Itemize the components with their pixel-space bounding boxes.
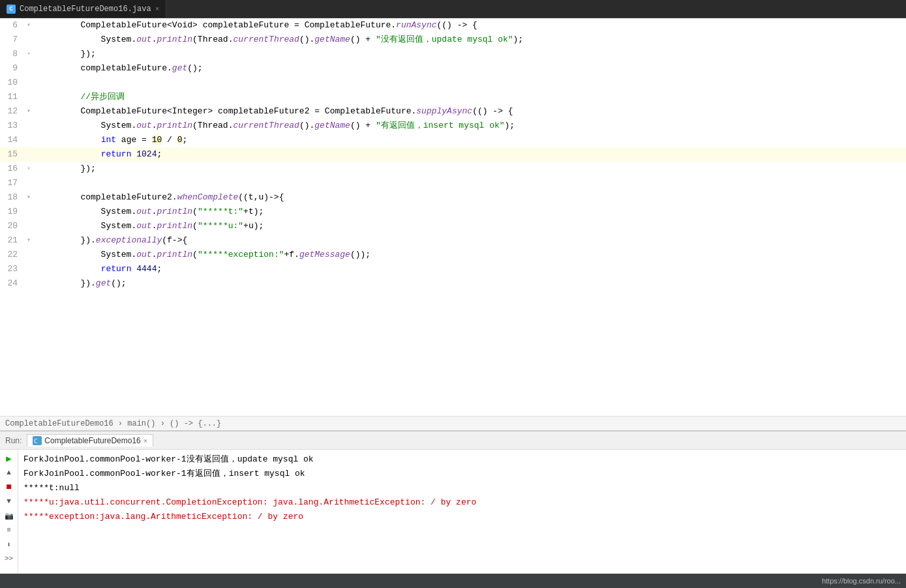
- gutter-row-6: 6 ▾: [0, 18, 35, 33]
- code-line-9: completableFuture.get();: [35, 61, 906, 76]
- tab-label: CompletableFutureDemo16.java: [20, 5, 151, 14]
- run-down-button[interactable]: ▼: [3, 495, 15, 507]
- line-num-10: 10: [0, 76, 23, 90]
- code-line-23: return 4444;: [35, 262, 906, 276]
- code-line-12: CompletableFuture<Integer> completableFu…: [35, 104, 906, 119]
- tab-close-button[interactable]: ×: [155, 5, 160, 13]
- run-tab-close[interactable]: ×: [143, 437, 147, 445]
- run-scroll-button[interactable]: ≡: [3, 524, 15, 536]
- run-label: Run:: [5, 436, 22, 445]
- gutter-row-10: 10: [0, 76, 35, 90]
- fold-12[interactable]: ▾: [23, 104, 35, 119]
- run-tab-icon: C: [33, 436, 42, 445]
- breadcrumb-bar: CompletableFutureDemo16 › main() › () ->…: [0, 416, 906, 430]
- run-panel-body: ▶ ▲ ■ ▼ 📷 ≡ ⬇ >> ForkJoinPool.commonPool…: [0, 450, 906, 574]
- code-line-13: System.out.println(Thread.currentThread(…: [35, 119, 906, 133]
- editor-container: 6 ▾ 7 8 ▪ 9 10 11: [0, 18, 906, 574]
- run-download-button[interactable]: ⬇: [3, 538, 15, 550]
- fold-16[interactable]: ▪: [23, 162, 35, 176]
- line-num-9: 9: [0, 61, 23, 76]
- fold-6[interactable]: ▾: [23, 18, 35, 33]
- code-line-19: System.out.println("*****t:"+t);: [35, 205, 906, 219]
- code-line-16: });: [35, 162, 906, 176]
- line-num-12: 12: [0, 104, 23, 119]
- run-panel: Run: C CompletableFutureDemo16 × ▶ ▲ ■ ▼…: [0, 430, 906, 574]
- code-line-17: [35, 176, 906, 190]
- code-line-24: }).get();: [35, 276, 906, 291]
- breadcrumb: CompletableFutureDemo16 › main() › () ->…: [5, 419, 221, 428]
- output-line-1: ForkJoinPool.commonPool-worker-1没有返回值，up…: [23, 452, 901, 467]
- gutter-row-15: 15: [0, 147, 35, 162]
- gutter-row-18: 18 ▾: [0, 190, 35, 205]
- line-num-23: 23: [0, 262, 23, 276]
- line-num-20: 20: [0, 219, 23, 233]
- code-area: 6 ▾ 7 8 ▪ 9 10 11: [0, 18, 906, 416]
- output-line-2: ForkJoinPool.commonPool-worker-1有返回值，ins…: [23, 467, 901, 481]
- code-line-6: CompletableFuture<Void> completableFutur…: [35, 18, 906, 33]
- fold-21[interactable]: ▾: [23, 233, 35, 248]
- line-num-13: 13: [0, 119, 23, 133]
- fold-7: [23, 33, 35, 47]
- fold-20: [23, 219, 35, 233]
- fold-14: [23, 133, 35, 147]
- gutter-row-17: 17: [0, 176, 35, 190]
- run-tab-label: CompletableFutureDemo16: [44, 436, 140, 445]
- fold-18[interactable]: ▾: [23, 190, 35, 205]
- run-toolbar: ▶ ▲ ■ ▼ 📷 ≡ ⬇ >>: [0, 450, 18, 574]
- line-num-16: 16: [0, 162, 23, 176]
- line-gutter: 6 ▾ 7 8 ▪ 9 10 11: [0, 18, 35, 416]
- line-num-17: 17: [0, 176, 23, 190]
- gutter-row-14: 14: [0, 133, 35, 147]
- output-line-5: *****exception:java.lang.ArithmeticExcep…: [23, 510, 901, 524]
- output-line-4: *****u:java.util.concurrent.CompletionEx…: [23, 495, 901, 510]
- gutter-row-16: 16 ▪: [0, 162, 35, 176]
- line-num-24: 24: [0, 276, 23, 291]
- code-line-14: int age = 10 / 0;: [35, 133, 906, 147]
- code-line-10: [35, 76, 906, 90]
- line-num-14: 14: [0, 133, 23, 147]
- gutter-row-9: 9: [0, 61, 35, 76]
- code-line-7: System.out.println(Thread.currentThread(…: [35, 33, 906, 47]
- fold-10: [23, 76, 35, 90]
- code-line-22: System.out.println("*****exception:"+f.g…: [35, 248, 906, 262]
- code-line-20: System.out.println("*****u:"+u);: [35, 219, 906, 233]
- run-camera-button[interactable]: 📷: [3, 510, 15, 522]
- editor-tab[interactable]: C CompletableFutureDemo16.java ×: [0, 0, 166, 18]
- run-play-button[interactable]: ▶: [3, 452, 15, 464]
- gutter-row-13: 13: [0, 119, 35, 133]
- run-up-button[interactable]: ▲: [3, 467, 15, 478]
- line-num-11: 11: [0, 90, 23, 104]
- code-content[interactable]: CompletableFuture<Void> completableFutur…: [35, 18, 906, 416]
- svg-text:C: C: [34, 438, 37, 445]
- gutter-row-7: 7: [0, 33, 35, 47]
- gutter-row-19: 19: [0, 205, 35, 219]
- run-output: ForkJoinPool.commonPool-worker-1没有返回值，up…: [18, 450, 906, 574]
- line-num-7: 7: [0, 33, 23, 47]
- gutter-row-23: 23: [0, 262, 35, 276]
- line-num-19: 19: [0, 205, 23, 219]
- tab-bar: C CompletableFutureDemo16.java ×: [0, 0, 906, 18]
- gutter-row-12: 12 ▾: [0, 104, 35, 119]
- fold-9: [23, 61, 35, 76]
- gutter-row-20: 20: [0, 219, 35, 233]
- run-tab[interactable]: C CompletableFutureDemo16 ×: [27, 434, 153, 447]
- output-line-3: *****t:null: [23, 481, 901, 495]
- gutter-row-24: 24: [0, 276, 35, 291]
- java-file-icon: C: [7, 5, 16, 14]
- line-num-6: 6: [0, 18, 23, 33]
- gutter-row-8: 8 ▪: [0, 47, 35, 61]
- status-url: https://blog.csdn.ru/roo...: [822, 577, 901, 585]
- gutter-row-21: 21 ▾: [0, 233, 35, 248]
- fold-24: [23, 276, 35, 291]
- run-panel-header: Run: C CompletableFutureDemo16 ×: [0, 432, 906, 450]
- line-num-15: 15: [0, 147, 23, 162]
- line-num-18: 18: [0, 190, 23, 205]
- fold-23: [23, 262, 35, 276]
- run-more-button[interactable]: >>: [3, 553, 15, 565]
- fold-22: [23, 248, 35, 262]
- gutter-row-11: 11: [0, 90, 35, 104]
- fold-19: [23, 205, 35, 219]
- code-line-18: completableFuture2.whenComplete((t,u)->{: [35, 190, 906, 205]
- run-stop-button[interactable]: ■: [3, 481, 15, 493]
- fold-8[interactable]: ▪: [23, 47, 35, 61]
